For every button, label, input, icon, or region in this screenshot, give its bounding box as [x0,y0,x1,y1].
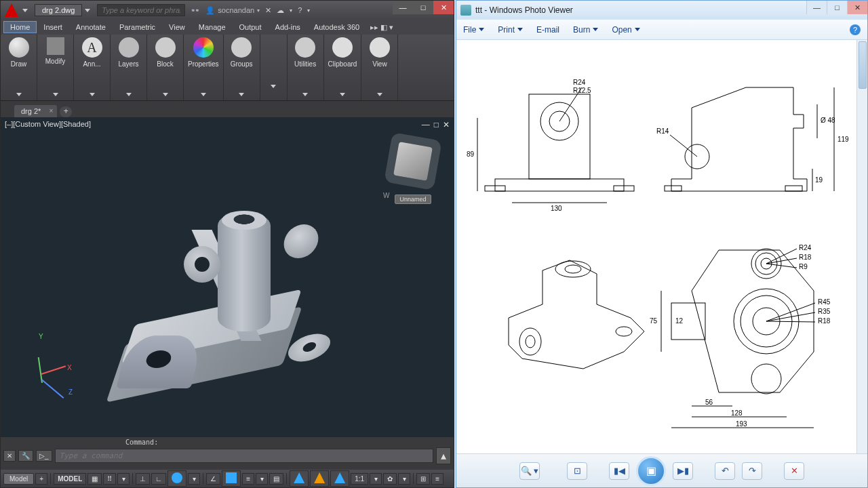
zoom-out-icon[interactable]: 🔍 ▾ [519,462,540,480]
ortho-icon[interactable]: ⊥ [136,473,150,485]
exchange-icon[interactable]: ✕ [265,6,271,15]
dim: R35 [818,308,831,315]
annovisible-icon[interactable] [330,470,349,487]
polar-icon[interactable]: ∟ [151,473,166,485]
cmd-close-icon[interactable]: ✕ [3,450,16,462]
sc-icon[interactable] [290,470,309,487]
pv-minimize-button[interactable]: — [806,1,827,14]
pv-close-button[interactable]: ✕ [847,1,867,14]
qat-dropdown-icon[interactable] [22,9,28,12]
ribbon-panel-clipboard[interactable]: Clipboard [324,35,362,100]
ribbon-overflow-icon[interactable]: ▸▸ ◧ ▾ [370,23,393,32]
viewport-label[interactable]: [–][Custom View][Shaded] [5,120,91,128]
ribbon-tab-home[interactable]: Home [3,21,37,33]
viewcube[interactable]: W Unnamed [386,144,440,205]
ucs-triad[interactable]: Y X Z [21,336,75,390]
gear-drop-icon[interactable]: ▾ [398,473,410,485]
binoculars-icon[interactable]: 👓 [191,6,200,15]
dyn-icon[interactable] [222,470,241,487]
ribbon-tab-view[interactable]: View [162,21,192,33]
ribbon-label: Ann... [83,60,100,68]
scale-drop-icon[interactable]: ▾ [370,473,382,485]
ribbon-panel-block[interactable]: Block [147,35,184,100]
infer-icon[interactable]: ▾ [117,473,130,485]
document-tab[interactable]: drg 2* × [14,105,57,117]
ribbon-tab-parametric[interactable]: Parametric [113,21,162,33]
gear-icon[interactable]: ✿ [383,473,397,485]
tab-close-icon[interactable]: × [50,107,54,115]
vp-close-icon[interactable]: ✕ [443,120,450,129]
actual-size-icon[interactable]: ⊡ [567,462,587,480]
clean-icon[interactable]: ⊞ [416,473,430,485]
slideshow-button[interactable]: ▣ [636,456,666,486]
document-name-btn[interactable]: drg 2.dwg [35,4,82,16]
pv-menu-burn[interactable]: Burn [573,25,598,35]
ribbon-label: Properties [188,60,219,68]
layout-add-icon[interactable]: + [35,473,47,485]
qp-icon[interactable]: ▤ [269,473,283,485]
pv-menu-file[interactable]: File [463,25,484,35]
ribbon-panel-layers[interactable]: Layers [111,35,147,100]
cloud-icon[interactable]: ☁ [277,6,284,15]
viewport[interactable]: [–][Custom View][Shaded] — □ ✕ W Unnamed… [1,117,454,437]
pv-image-canvas[interactable]: R24 R12.5 89 130 R14 Ø 48 [456,40,867,453]
ribbon-panel-utilities[interactable]: Utilities [288,35,324,100]
grid-icon[interactable]: ▦ [87,473,102,485]
annoscale-icon[interactable] [310,470,329,487]
rotate-ccw-icon[interactable]: ↶ [715,462,735,480]
signin-user[interactable]: 👤 socnandan ▾ [205,6,260,15]
ribbon-panel-annotation[interactable]: AAnn... [74,35,111,100]
maximize-button[interactable]: □ [413,1,433,14]
ribbon-tab-manage[interactable]: Manage [192,21,233,33]
tpy-icon[interactable]: ▾ [256,473,268,485]
rotate-cw-icon[interactable]: ↷ [742,462,762,480]
help-search-input[interactable] [97,4,185,16]
pv-menu-open[interactable]: Open [612,25,639,35]
tab-add-button[interactable]: + [60,106,72,117]
osnap-icon[interactable]: ▾ [188,473,200,485]
help-icon[interactable]: ? [298,6,302,14]
vp-minimize-icon[interactable]: — [422,120,430,129]
pv-menu-label: Open [612,25,631,35]
ribbon-tab-output[interactable]: Output [233,21,269,33]
dim: 19 [815,176,823,184]
svg-line-29 [766,249,797,264]
dim: R24 [573,79,586,86]
pv-menu-email[interactable]: E-mail [536,25,559,35]
ribbon-tab-addins[interactable]: Add-ins [269,21,307,33]
scale-label[interactable]: 1:1 [351,473,368,485]
delete-icon[interactable]: ✕ [784,462,804,480]
svg-rect-3 [529,94,590,179]
ribbon-label: View [372,60,387,68]
ribbon-panel-view[interactable]: View [361,35,398,100]
lwt-icon[interactable]: ≡ [242,473,254,485]
minimize-button[interactable]: — [393,1,413,14]
pv-help-icon[interactable]: ? [850,24,861,35]
autocad-window: drg 2.dwg 👓 👤 socnandan ▾ ✕ ☁ ▾ ? ▾ — □ … [0,0,454,488]
ribbon-tab-annotate[interactable]: Annotate [69,21,113,33]
close-button[interactable]: ✕ [433,1,454,14]
ribbon-panel-properties[interactable]: Properties [184,35,224,100]
ribbon-panel-groups[interactable]: Groups [224,35,260,100]
otrack-icon[interactable]: ∠ [206,473,220,485]
ribbon-panel-draw[interactable]: Draw [1,35,37,100]
model-tab[interactable]: Model [3,473,34,485]
autocad-logo-icon[interactable] [5,3,18,17]
viewcube-ucs-label[interactable]: Unnamed [395,195,431,204]
cmd-config-icon[interactable]: 🔧 [18,450,33,462]
pv-maximize-button[interactable]: □ [827,1,847,14]
snap-icon[interactable]: ⠿ [103,473,116,485]
customize-icon[interactable]: ≡ [431,473,443,485]
cmd-history-arrow[interactable]: ▴ [436,447,451,464]
prev-icon[interactable]: ▮◀ [609,462,629,480]
ribbon-panel-modify[interactable]: Modify [37,35,74,100]
ribbon-tab-insert[interactable]: Insert [37,21,69,33]
command-input[interactable] [55,449,433,463]
doc-dropdown-icon[interactable] [85,9,90,12]
vp-maximize-icon[interactable]: □ [434,120,439,129]
ribbon-tab-a360[interactable]: Autodesk 360 [307,21,366,33]
pv-menu-print[interactable]: Print [498,25,523,35]
next-icon[interactable]: ▶▮ [673,462,693,480]
iso-icon[interactable] [167,470,186,487]
modelspace-toggle[interactable]: MODEL [54,473,86,485]
